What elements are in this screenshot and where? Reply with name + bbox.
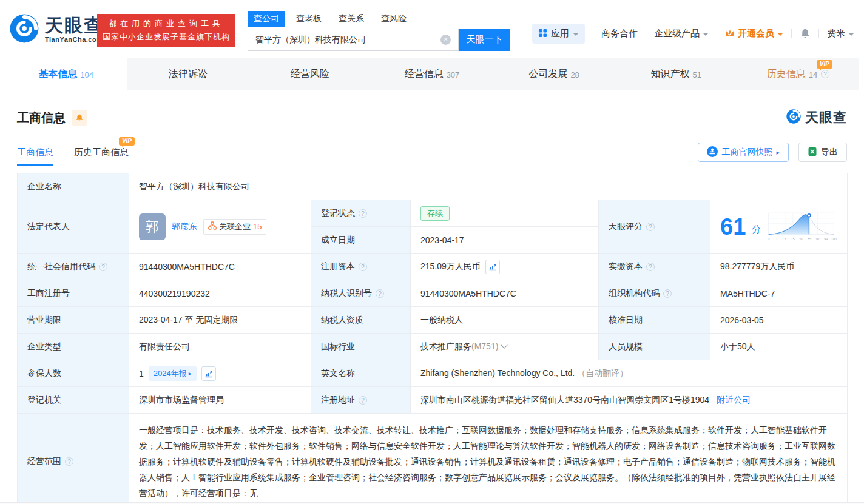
chevron-down-icon xyxy=(848,33,854,36)
chevron-down-icon[interactable] xyxy=(501,341,508,348)
promo-banner: 都在用的商业查询工具 国家中小企业发展子基金旗下机构 xyxy=(97,14,235,47)
question-icon[interactable] xyxy=(65,457,73,466)
question-icon[interactable] xyxy=(646,263,655,271)
table-row: 法定代表人 郭 郭彦东 关联企业 xyxy=(18,200,848,227)
search-tab-relation[interactable]: 查关系 xyxy=(339,13,364,24)
capital-trend-icon[interactable] xyxy=(485,260,500,274)
industry-code: (M751) xyxy=(471,341,498,351)
related-companies-badge[interactable]: 关联企业 15 xyxy=(203,219,266,235)
nearby-companies-link[interactable]: 附近公司 xyxy=(717,395,751,405)
business-info-table: 企业名称 智平方（深圳）科技有限公司 法定代表人 郭 郭彦东 xyxy=(17,173,848,504)
english-name-value: Zhifang (Shenzhen) Technology Co., Ltd. xyxy=(420,368,575,378)
tyc-score[interactable]: 61 分 xyxy=(720,207,837,246)
search-button[interactable]: 天眼一下 xyxy=(459,29,510,51)
legal-rep-link[interactable]: 郭彦东 xyxy=(172,221,197,232)
clear-icon[interactable]: × xyxy=(440,35,451,45)
table-row: 工商注册号 440300219190232 纳税人识别号 91440300MA5… xyxy=(18,280,848,307)
tab-legal-litigation[interactable]: 法律诉讼 xyxy=(127,58,249,90)
question-icon[interactable] xyxy=(99,263,107,271)
reg-capital-value: 215.09万人民币 xyxy=(420,261,481,272)
enterprise-products-label: 企业级产品 xyxy=(654,28,700,39)
divider xyxy=(791,29,792,38)
vip-upgrade-menu[interactable]: 开通会员 xyxy=(725,28,783,39)
paid-capital-value: 98.277779万人民币 xyxy=(710,254,848,280)
svg-text:97: 97 xyxy=(816,237,820,241)
company-type-label: 企业类型 xyxy=(18,334,129,360)
apps-grid-icon xyxy=(538,29,547,39)
subtab-history-business-info[interactable]: VIP 历史工商信息 xyxy=(74,147,129,166)
tab-operating-risk[interactable]: 经营风险 xyxy=(249,58,371,90)
question-icon[interactable] xyxy=(376,289,384,298)
stamp-icon xyxy=(707,146,718,159)
company-type-value: 有限责任公司 xyxy=(129,334,311,360)
business-cooperation-link[interactable]: 商务合作 xyxy=(601,28,638,39)
score-unit: 分 xyxy=(752,224,761,235)
insured-trend-icon[interactable] xyxy=(201,366,216,381)
taxpayer-id-label: 纳税人识别号 xyxy=(311,280,411,307)
table-row: 企业名称 智平方（深圳）科技有限公司 xyxy=(18,173,848,200)
company-nav-tabs: 基本信息 104 法律诉讼 经营风险 经营信息 307 公司发展 28 知识产权… xyxy=(5,58,859,90)
taxpayer-quality-value: 一般纳税人 xyxy=(411,307,599,334)
question-icon[interactable] xyxy=(663,289,672,298)
svg-text:1: 1 xyxy=(776,237,778,241)
org-code-label: 组织机构代码 xyxy=(599,280,710,307)
apps-menu[interactable]: 应用 xyxy=(532,24,585,44)
english-name-label: 英文名称 xyxy=(311,360,411,387)
legal-rep-label: 法定代表人 xyxy=(18,200,129,254)
tianyancha-logo[interactable]: 天眼查 TianYanCha.com xyxy=(8,13,103,47)
username: 费米 xyxy=(827,28,845,39)
tab-label: 公司发展 xyxy=(528,68,567,81)
search-tab-boss[interactable]: 查老板 xyxy=(296,13,322,24)
question-icon[interactable] xyxy=(646,223,655,231)
arrow-right-icon: ▸ xyxy=(776,149,780,156)
insured-count-label: 参保人数 xyxy=(18,360,129,387)
table-row: 参保人数 1 2024年报 英文名称 xyxy=(18,360,848,387)
insured-count-value: 1 xyxy=(139,369,144,378)
svg-text:85: 85 xyxy=(808,237,811,241)
svg-text:99: 99 xyxy=(825,237,828,241)
table-row: 企业类型 有限责任公司 国标行业 技术推广服务(M751) 人员规模 小于50人 xyxy=(18,334,848,360)
monitor-bell-icon[interactable] xyxy=(72,110,87,126)
tab-history-info[interactable]: VIP 历史信息 14 xyxy=(737,58,859,90)
question-icon[interactable] xyxy=(359,396,367,405)
divider xyxy=(818,29,819,38)
subtab-business-info[interactable]: 工商信息 xyxy=(17,147,53,166)
score-value: 61 xyxy=(720,215,746,238)
user-menu[interactable]: 费米 xyxy=(827,28,854,39)
notification-bell[interactable] xyxy=(800,28,811,39)
search-tab-risk[interactable]: 查风险 xyxy=(381,13,407,24)
tab-company-development[interactable]: 公司发展 28 xyxy=(493,58,615,90)
banner-line1: 都在用的商业查询工具 xyxy=(109,17,224,30)
search-area: 查公司 查老板 查关系 查风险 × 天眼一下 xyxy=(248,10,510,51)
tab-operating-info[interactable]: 经营信息 307 xyxy=(371,58,493,90)
org-chart-icon xyxy=(208,221,217,232)
subtab-label: 历史工商信息 xyxy=(74,147,129,157)
search-tab-company[interactable]: 查公司 xyxy=(248,11,285,27)
official-snapshot-button[interactable]: 工商官网快照 ▸ xyxy=(698,143,789,162)
establish-date-value: 2023-04-17 xyxy=(411,227,599,254)
business-scope-label: 经营范围 xyxy=(18,414,129,504)
business-scope-value: 一般经营项目是：技术服务、技术开发、技术咨询、技术交流、技术转让、技术推广；互联… xyxy=(139,416,837,504)
tab-count: 51 xyxy=(693,70,701,79)
search-input[interactable] xyxy=(248,29,459,51)
industry-value: 技术推广服务 xyxy=(420,341,471,351)
tab-label: 知识产权 xyxy=(651,68,690,81)
staff-size-value: 小于50人 xyxy=(710,334,848,360)
question-icon[interactable] xyxy=(359,263,367,271)
question-icon[interactable] xyxy=(359,209,367,218)
enterprise-products-menu[interactable]: 企业级产品 xyxy=(654,28,709,39)
reg-address-label: 注册地址 xyxy=(311,387,411,414)
export-button[interactable]: 导出 xyxy=(798,143,847,162)
question-icon[interactable] xyxy=(821,70,829,78)
svg-text:15: 15 xyxy=(791,237,795,241)
annual-report-badge[interactable]: 2024年报 xyxy=(149,366,197,381)
table-row: 统一社会信用代码 91440300MA5HTHDC7C 注册资本 215.09万… xyxy=(18,254,848,280)
tab-label: 历史信息 xyxy=(767,68,806,81)
apps-label: 应用 xyxy=(551,28,569,39)
tab-basic-info[interactable]: 基本信息 104 xyxy=(5,58,127,90)
tab-intellectual-property[interactable]: 知识产权 51 xyxy=(615,58,737,90)
company-name-label: 企业名称 xyxy=(18,173,129,200)
score-distribution-chart: 0 1 3 15 50 85 97 99 100 xyxy=(767,207,837,246)
vip-badge: VIP xyxy=(817,60,832,69)
approval-date-value: 2026-03-05 xyxy=(710,307,848,334)
